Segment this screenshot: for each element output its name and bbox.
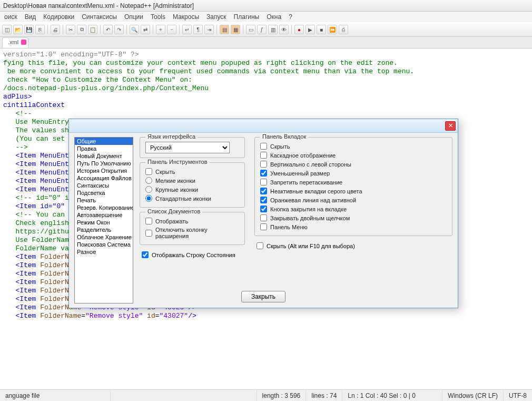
toolbar-group: Панель Инструментов Скрыть Мелкие иконки… [140,162,245,208]
toolbar-big-radio[interactable]: Крупные иконки [145,185,239,194]
toolbar-fold-icon[interactable]: ▤ [220,25,229,34]
toolbar-copy-icon[interactable]: ⧉ [77,25,86,34]
category-item[interactable]: Правка [75,145,133,152]
menu-item[interactable]: Кодировки [40,12,77,22]
toolbar-cut-icon[interactable]: ✂ [66,25,75,34]
menu-item[interactable]: Макросы [170,12,202,22]
tabpanel-check[interactable]: Запретить перетаскивание [260,178,447,187]
toolbar-undo-icon[interactable]: ↶ [103,25,113,34]
tabpanel-check[interactable]: Оранжевая линия над активной [260,195,447,204]
category-item[interactable]: Автозавершение [75,211,133,219]
doclist-group: Список Документов Отображать Отключить к… [140,212,245,245]
doclist-show-check[interactable]: Отображать [145,217,239,226]
menu-item[interactable]: оиск [1,12,21,22]
toolbar-paste-icon[interactable]: 📋 [88,25,97,34]
category-item[interactable]: История Открытия [75,167,133,174]
status-lines: lines : 74 [306,390,342,401]
menu-item[interactable]: Плагины [231,12,263,22]
toolbar-doc-icon[interactable]: ▭ [246,25,255,34]
toolbar-saveall-icon[interactable]: ⎘ [35,25,45,34]
toolbar-map-icon[interactable]: ▥ [268,25,278,34]
toolbar-eye-icon[interactable]: 👁 [279,25,289,34]
tabpanel-check[interactable]: Кнопка закрытия на вкладке [260,204,447,213]
status-pos: Ln : 1 Col : 40 Sel : 0 | 0 [342,390,442,401]
toolbar-zoomout-icon[interactable]: － [167,25,176,34]
menu-item[interactable]: Запуск [203,12,230,22]
tabpanel-group: Панель Вкладок СкрытьКаскадное отображен… [254,137,452,236]
menu-item[interactable]: Вид [22,12,40,22]
tabpanel-check[interactable]: Панель Меню [260,222,447,231]
tabpanel-check[interactable]: Вертикально с левой стороны [260,160,447,169]
toolbar-allchars-icon[interactable]: ¶ [193,25,203,34]
tabpanel-check[interactable]: Закрывать двойным щелчком [260,213,447,222]
category-item[interactable]: Разделитель [75,226,133,233]
lang-select[interactable]: Русский [145,142,230,153]
toolbar-find-icon[interactable]: 🔍 [130,25,139,34]
toolbar-hide-check[interactable]: Скрыть [145,167,239,176]
lang-group: Язык интерфейса Русский [140,137,245,158]
toolbar-print-icon[interactable]: 🖨 [51,25,60,34]
toolbar-std-radio[interactable]: Стандартные иконки [145,194,239,203]
hide-menu-check[interactable]: Скрыть (Alt или F10 для выбора) [254,240,452,249]
status-flex [111,390,257,401]
close-button[interactable]: Закрыть [241,291,285,302]
category-item[interactable]: Облачное Хранение [75,233,133,241]
lang-legend: Язык интерфейса [145,133,198,140]
category-item[interactable]: Ассоциация Файлов [75,174,133,182]
window-title: Desktop\Новая папка\contextMenu.xml - No… [3,2,194,9]
category-item[interactable]: Подсветка [75,189,133,197]
toolbar-new-icon[interactable]: ◫ [2,25,12,34]
category-item[interactable]: Разное [75,248,133,256]
toolbar: ◫ 📂 💾 ⎘ 🖨 ✂ ⧉ 📋 ↶ ↷ 🔍 ⇄ ＋ － ↵ ¶ ⇥ ▤ ▦ ▭ … [0,22,532,37]
toolbar-save-icon[interactable]: 💾 [24,25,34,34]
category-item[interactable]: Новый Документ [75,152,133,160]
tab-label: .xml [8,39,18,45]
category-item[interactable]: Поисковая Система [75,241,133,248]
category-item[interactable]: Синтаксисы [75,182,133,189]
status-bar: anguage file length : 3 596 lines : 74 L… [0,389,532,401]
tabpanel-check[interactable]: Скрыть [260,142,447,151]
preferences-dialog: ✕ ОбщиеПравкаНовый ДокументПуть По Умолч… [68,119,458,308]
tab-close-icon[interactable] [21,40,26,45]
toolbar-small-radio[interactable]: Мелкие иконки [145,176,239,185]
category-item[interactable]: Печать [75,197,133,204]
toolbar-savemac-icon[interactable]: ⎙ [339,25,348,34]
category-listbox[interactable]: ОбщиеПравкаНовый ДокументПуть По Умолчан… [74,137,133,304]
status-enc: UTF-8 [504,390,532,401]
menu-item[interactable]: ? [285,12,295,22]
menu-item[interactable]: Синтаксисы [78,12,120,22]
toolbar-play-icon[interactable]: ▶ [306,25,315,34]
category-item[interactable]: Общие [75,138,133,145]
toolbar-replace-icon[interactable]: ⇄ [141,25,150,34]
menu-item[interactable]: Tools [147,12,169,22]
toolbar-redo-icon[interactable]: ↷ [114,25,124,34]
category-item[interactable]: Путь По Умолчанию [75,160,133,167]
tabpanel-check[interactable]: Неактивные вкладки серого цвета [260,187,447,195]
toolbar-wrap-icon[interactable]: ↵ [182,25,192,34]
tabpanel-check[interactable]: Уменьшенный размер [260,169,447,178]
file-tab[interactable]: .xml [2,37,28,48]
status-length: length : 3 596 [257,390,307,401]
category-item[interactable]: Резерв. Копирование [75,204,133,211]
toolbar-indent-icon[interactable]: ⇥ [204,25,214,34]
toolbar-rec-icon[interactable]: ● [294,25,304,34]
show-status-check[interactable]: Отображать Строку Состояния [140,249,245,258]
menu-item[interactable]: Опции [121,12,146,22]
menu-item[interactable]: Окна [263,12,284,22]
toolbar-unfold-icon[interactable]: ▦ [231,25,240,34]
tabpanel-legend: Панель Вкладок [260,133,308,140]
tab-strip: .xml [0,37,532,48]
toolbar-legend: Панель Инструментов [145,159,210,165]
doclist-noext-check[interactable]: Отключить колонку расширения [145,226,239,240]
toolbar-fast-icon[interactable]: ⏩ [328,25,337,34]
window-titlebar: Desktop\Новая папка\contextMenu.xml - No… [0,0,532,12]
toolbar-zoomin-icon[interactable]: ＋ [156,25,165,34]
tabpanel-check[interactable]: Каскадное отображение [260,151,447,160]
toolbar-stop-icon[interactable]: ■ [317,25,326,34]
menu-bar: оискВидКодировкиСинтаксисыОпцииToolsМакр… [0,12,532,22]
category-item[interactable]: Режим Окон [75,219,133,226]
dialog-titlebar: ✕ [69,119,458,133]
toolbar-open-icon[interactable]: 📂 [13,25,23,34]
toolbar-func-icon[interactable]: ƒ [257,25,267,34]
dialog-close-button[interactable]: ✕ [445,121,456,131]
